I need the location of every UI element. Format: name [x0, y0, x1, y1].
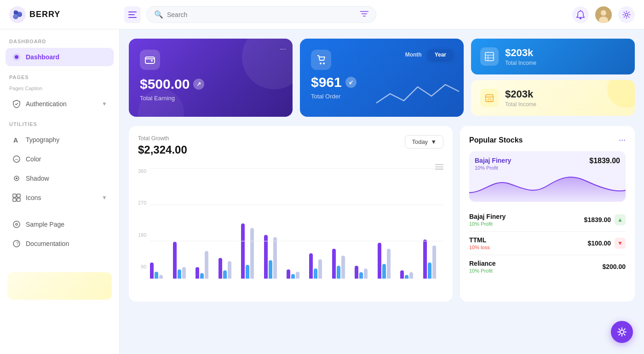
income-blue-label: Total Income — [505, 60, 536, 66]
sidebar-item-sample-page[interactable]: Sample Page — [6, 215, 114, 234]
wave-chart — [372, 75, 464, 112]
sidebar-section-utilities: Utilities — [6, 121, 114, 131]
sidebar-item-typography[interactable]: A Typography — [6, 131, 114, 149]
sidebar-icons-label: Icons — [26, 194, 41, 201]
search-input[interactable] — [167, 11, 356, 18]
sidebar-item-color[interactable]: Color — [6, 150, 114, 168]
svg-point-23 — [13, 221, 20, 228]
table-icon — [485, 52, 494, 61]
stocks-header: Popular Stocks ··· — [469, 135, 626, 145]
sidebar-item-icons[interactable]: Icons ▼ — [6, 188, 114, 207]
card-income-right: $203k Total Income $203k Total — [471, 39, 635, 117]
bar-group-5 — [241, 223, 261, 279]
logo-icon: 🫐 — [9, 6, 26, 23]
svg-rect-4 — [128, 17, 137, 18]
shopping-icon — [316, 55, 326, 65]
main-layout: Dashboard Dashboard Pages Pages Caption … — [0, 29, 644, 354]
y-axis-labels: 360 270 180 90 — [138, 168, 150, 269]
stock-name-bajaj: Bajaj Finery — [469, 213, 506, 220]
topbar: 🫐 BERRY 🔍 — [0, 0, 644, 29]
featured-stock-value: $1839.00 — [589, 157, 620, 165]
card-earning: ··· $500.00 ↗ Total Earning — [129, 39, 293, 117]
sidebar-section-pages: Pages — [6, 74, 114, 84]
svg-rect-3 — [128, 14, 135, 15]
settings-button[interactable] — [618, 6, 635, 23]
svg-text:A: A — [13, 137, 18, 144]
logo-text: BERRY — [29, 10, 60, 19]
chevron-down-icon: ▼ — [102, 101, 107, 107]
bar-group-3 — [196, 251, 216, 279]
dashboard-icon — [12, 52, 21, 62]
sample-page-icon — [12, 220, 21, 229]
bell-icon — [576, 10, 585, 19]
featured-stock-name: Bajaj Finery — [475, 157, 511, 164]
store-icon — [485, 93, 494, 103]
card-income-blue: $203k Total Income — [471, 39, 635, 74]
svg-rect-2 — [128, 11, 137, 12]
earning-amount: $500.00 ↗ — [140, 76, 282, 92]
earning-card-icon — [140, 50, 160, 70]
income-yellow-amount: $203k — [505, 88, 536, 100]
chevron-down-icon-2: ▼ — [102, 194, 107, 201]
stock-item-bajaj: Bajaj Finery 10% Profit $1839.00 ▲ — [469, 208, 626, 232]
search-bar: 🔍 — [146, 6, 376, 23]
stock-price-reliance: $200.00 — [602, 263, 626, 270]
svg-text:🫐: 🫐 — [12, 10, 23, 20]
sidebar-item-documentation[interactable]: ? Documentation — [6, 234, 114, 253]
card-more-icon[interactable]: ··· — [280, 45, 286, 53]
income-yellow-label: Total Income — [505, 101, 536, 108]
color-icon — [12, 154, 21, 164]
hamburger-icon — [128, 11, 137, 18]
bar-group-9 — [332, 249, 352, 279]
fab-gear-icon — [617, 327, 627, 337]
bar-group-13 — [423, 240, 443, 279]
sidebar-dashboard-label: Dashboard — [26, 53, 59, 61]
svg-rect-36 — [488, 99, 491, 102]
logo: 🫐 BERRY — [9, 6, 124, 23]
chevron-filter-icon: ▼ — [431, 138, 437, 145]
bar-group-11 — [378, 243, 398, 279]
sidebar-sample-page-label: Sample Page — [26, 221, 64, 228]
stock-item-ttml: TTML 10% loss $100.00 ▼ — [469, 232, 626, 255]
svg-rect-21 — [13, 198, 16, 201]
avatar[interactable] — [595, 6, 612, 23]
income-blue-icon — [480, 47, 499, 66]
fab-settings-button[interactable] — [611, 321, 633, 343]
bell-button[interactable] — [572, 6, 589, 23]
month-year-tabs: Month Year — [399, 50, 453, 60]
menu-button[interactable] — [124, 6, 141, 23]
bar-group-2 — [173, 242, 193, 279]
chart-area: 360 270 180 90 — [138, 164, 443, 292]
tab-year[interactable]: Year — [428, 50, 453, 60]
bar-group-10 — [355, 266, 375, 279]
svg-rect-31 — [485, 52, 494, 61]
sidebar-item-authentication[interactable]: Authentication ▼ — [6, 95, 114, 113]
svg-point-24 — [16, 223, 17, 225]
tab-month[interactable]: Month — [399, 50, 428, 60]
gear-icon — [622, 11, 631, 19]
income-blue-info: $203k Total Income — [505, 47, 536, 66]
sidebar-item-shadow[interactable]: Shadow — [6, 169, 114, 188]
stock-area-chart — [469, 170, 626, 202]
sidebar-item-dashboard[interactable]: Dashboard — [6, 48, 114, 66]
stock-name-reliance: Reliance — [469, 260, 496, 267]
stocks-more-icon[interactable]: ··· — [619, 135, 626, 145]
sidebar-section-dashboard: Dashboard — [6, 39, 114, 48]
today-filter-button[interactable]: Today ▼ — [405, 135, 443, 148]
svg-point-14 — [15, 55, 18, 59]
income-yellow-info: $203k Total Income — [505, 88, 536, 108]
svg-rect-22 — [17, 198, 20, 201]
sidebar-typography-label: Typography — [26, 136, 59, 143]
svg-rect-35 — [486, 97, 493, 102]
featured-stock-chart: Bajaj Finery 10% Profit $1839.00 — [469, 151, 626, 202]
shadow-icon — [12, 174, 21, 183]
earning-label: Total Earning — [140, 95, 282, 102]
card-order: Month Year $961 ↙ Total Order — [300, 39, 464, 117]
search-icon: 🔍 — [154, 10, 163, 19]
stock-profit-bajaj: 10% Profit — [469, 221, 506, 227]
stock-profit-ttml: 10% loss — [469, 245, 490, 250]
order-card-icon — [311, 50, 331, 70]
chart-stocks-row: Total Growth $2,324.00 Today ▼ — [129, 126, 635, 302]
stocks-card: Popular Stocks ··· Bajaj Finery 10% Prof… — [460, 126, 635, 302]
filter-icon[interactable] — [360, 11, 368, 19]
